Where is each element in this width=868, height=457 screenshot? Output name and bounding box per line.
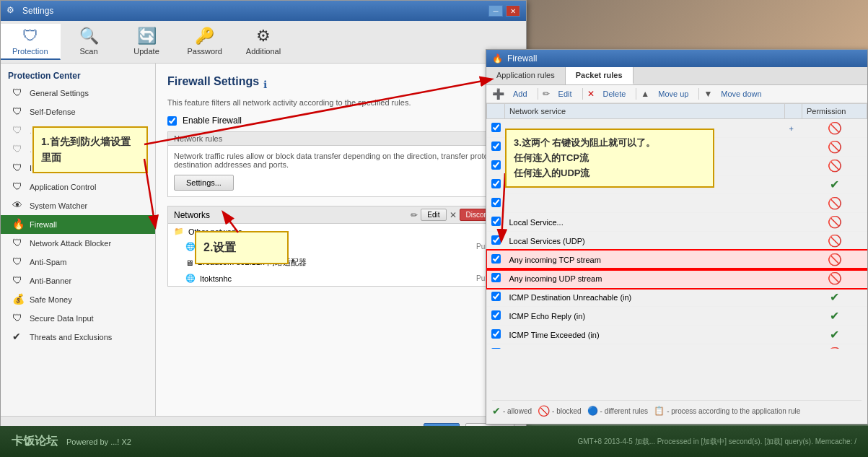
allow-icon: ✔ (830, 178, 839, 191)
firewall-toolbar: ➕ Add ✏ Edit ✕ Delete ▲ Move up ▼ Move d… (486, 85, 867, 103)
callout-1: 1.首先到防火墙设置 里面 (32, 126, 148, 173)
table-row[interactable]: Local Service...🚫 (487, 213, 867, 232)
info-icon: ℹ (263, 79, 267, 90)
row-expand (785, 269, 802, 288)
settings-button[interactable]: Settings... (174, 175, 234, 191)
row-permission: ✔ (802, 288, 867, 307)
row-checkbox[interactable] (491, 142, 501, 151)
sidebar-item-firewall[interactable]: 🔥 Firewall (1, 215, 155, 234)
table-row[interactable]: ICMP Time Exceeded (in)✔ (487, 326, 867, 344)
row-expand[interactable]: + (785, 119, 802, 138)
shield-icon: 🛡 (12, 124, 25, 137)
toolbar-additional[interactable]: ⚙ Additional (234, 24, 293, 60)
secure-icon: 🛡 (12, 312, 25, 325)
toolbar-sep4 (698, 88, 699, 100)
table-row[interactable]: Any incoming UDP stream🚫 (487, 269, 867, 288)
callout-2: 2.设置 (195, 231, 289, 264)
move-up-button[interactable]: Move up (652, 88, 694, 100)
row-checkbox[interactable] (491, 235, 501, 245)
toolbar-update[interactable]: 🔄 Update (118, 24, 176, 60)
table-row[interactable]: Any incoming TCP stream🚫 (487, 251, 867, 269)
app-icon: ⚙ (6, 5, 18, 17)
row-checkbox[interactable] (491, 160, 501, 170)
row-name: ICMP Time Exceeded (in) (505, 326, 785, 344)
row-name (505, 194, 785, 213)
sidebar-item-anti-banner[interactable]: 🛡 Anti-Banner (1, 271, 155, 290)
toolbar-password[interactable]: 🔑 Password (176, 24, 234, 60)
row-checkbox[interactable] (491, 310, 501, 320)
table-row[interactable]: Any incoming ICMP🚫 (487, 344, 867, 349)
move-down-button[interactable]: Move down (715, 88, 767, 100)
add-button[interactable]: Add (507, 88, 533, 100)
toolbar-sep3 (636, 88, 636, 100)
sidebar-item-safe-money[interactable]: 💰 Safe Money (1, 290, 155, 309)
sidebar-item-network-attack-blocker[interactable]: 🛡 Network Attack Blocker (1, 234, 155, 253)
shield-icon: 🛡 (12, 105, 25, 118)
networks-header: Networks ✏ Edit ✕ Disconnect (168, 206, 514, 224)
legend-allow: ✔ - allowed (492, 405, 532, 417)
edit-pencil-icon: ✏ (543, 89, 550, 99)
delete-x-icon: ✕ (587, 89, 595, 99)
row-checkbox[interactable] (491, 292, 501, 301)
table-row[interactable]: Local Services (UDP)🚫 (487, 232, 867, 251)
window-title: Settings (22, 6, 488, 16)
allow-icon: ✔ (830, 291, 839, 303)
toolbar-protection[interactable]: 🛡 Protection (1, 24, 61, 60)
minimize-button[interactable]: ─ (488, 5, 503, 17)
enable-firewall-checkbox[interactable] (167, 116, 177, 126)
content-desc: This feature filters all network activit… (167, 98, 514, 107)
networks-label: Networks (174, 210, 210, 220)
row-checkbox[interactable] (491, 273, 501, 282)
edit-button[interactable]: Edit (421, 209, 446, 221)
network-icon: 🌐 (185, 274, 196, 283)
sidebar-item-anti-spam[interactable]: 🛡 Anti-Spam (1, 253, 155, 271)
table-row[interactable]: ICMP Echo Reply (in)✔ (487, 307, 867, 326)
sidebar-item-threats-exclusions[interactable]: ✔ Threats and Exclusions (1, 328, 155, 347)
row-expand (785, 175, 802, 194)
block-icon: 🚫 (828, 122, 842, 134)
tab-application-rules[interactable]: Application rules (486, 67, 566, 84)
banner-icon: 🛡 (12, 274, 25, 287)
tab-packet-rules[interactable]: Packet rules (566, 67, 634, 84)
forum-title: 卡饭论坛 (12, 434, 58, 449)
sidebar-item-system-watcher[interactable]: 👁 System Watcher (1, 196, 155, 215)
row-expand (785, 194, 802, 213)
key-icon: 🔑 (195, 27, 214, 45)
edit-button[interactable]: Edit (553, 88, 578, 100)
delete-button[interactable]: Delete (597, 88, 632, 100)
sidebar-item-self-defense[interactable]: 🛡 Self-Defense (1, 103, 155, 121)
network-rules-content: Network traffic rules allow or block dat… (168, 146, 514, 196)
block-icon: 🚫 (828, 347, 842, 349)
up-arrow-icon: ▲ (641, 89, 649, 99)
row-checkbox[interactable] (491, 198, 501, 207)
money-icon: 💰 (12, 293, 25, 306)
table-row[interactable]: 🚫 (487, 194, 867, 213)
row-permission: 🚫 (802, 344, 867, 349)
table-row[interactable]: ICMP Destination Unreachable (in)✔ (487, 288, 867, 307)
block-icon: 🚫 (538, 405, 550, 417)
row-checkbox[interactable] (491, 348, 501, 349)
row-expand (785, 138, 802, 157)
row-expand (785, 213, 802, 232)
row-checkbox[interactable] (491, 217, 501, 226)
sidebar-item-application-control[interactable]: 🛡 Application Control (1, 178, 155, 196)
sidebar-item-secure-data-input[interactable]: 🛡 Secure Data Input (1, 309, 155, 328)
row-expand (785, 326, 802, 344)
row-checkbox[interactable] (491, 329, 501, 339)
update-icon: 🔄 (137, 27, 157, 45)
row-checkbox[interactable] (491, 123, 501, 132)
block-icon: 🚫 (828, 141, 842, 153)
row-permission: 🚫 (802, 157, 867, 175)
col-permission: Permission (802, 104, 867, 119)
row-checkbox[interactable] (491, 179, 501, 188)
row-checkbox[interactable] (491, 254, 501, 264)
itoktsnhc-item[interactable]: 🌐 Itoktsnhc Public n... (168, 271, 514, 286)
row-name: Any incoming ICMP (505, 344, 785, 349)
toolbar-sep1 (538, 88, 538, 100)
settings-window: ⚙ Settings ─ ✕ 🛡 Protection 🔍 Scan 🔄 Upd… (0, 0, 527, 426)
toolbar-scan[interactable]: 🔍 Scan (61, 24, 118, 60)
shield-icon: 🛡 (12, 143, 25, 156)
close-button[interactable]: ✕ (506, 5, 520, 17)
sidebar-item-general-settings[interactable]: 🛡 General Settings (1, 84, 155, 103)
block-icon: 🚫 (828, 160, 842, 172)
